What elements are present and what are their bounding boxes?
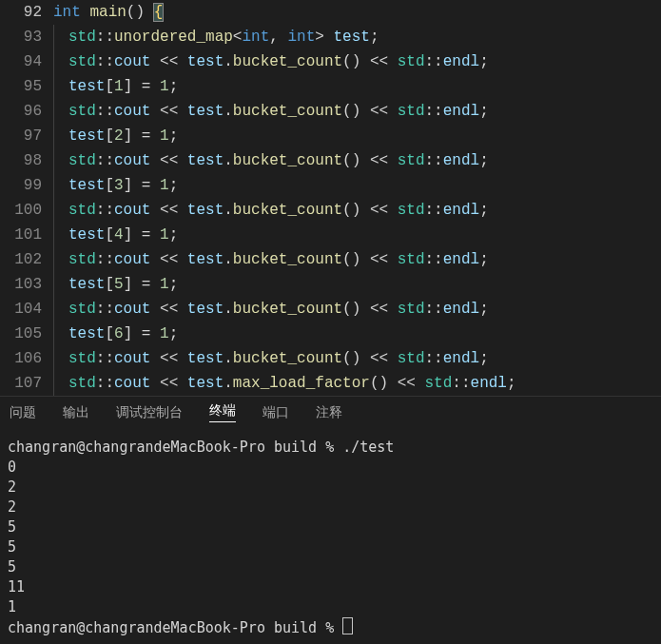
panel-tab-3[interactable]: 终端 [209, 402, 236, 422]
terminal-panel[interactable]: changran@changrandeMacBook-Pro build % .… [0, 428, 661, 638]
token-punc: ] [124, 276, 133, 293]
token-num: 1 [160, 78, 169, 95]
token-ns: std [398, 301, 425, 318]
token-num: 4 [114, 226, 124, 244]
code-line[interactable]: test[4] = 1; [53, 223, 661, 247]
code-line[interactable]: std::cout << test.bucket_count() << std:… [53, 148, 661, 173]
token-var: endl [471, 375, 507, 392]
token-punc: ] [124, 226, 133, 244]
code-area[interactable]: int main() {std::unordered_map<int, int>… [53, 0, 661, 396]
token-punc: ; [507, 375, 516, 392]
token-punc: ; [169, 78, 179, 95]
code-line[interactable]: std::cout << test.bucket_count() << std:… [53, 247, 661, 272]
panel-tab-2[interactable]: 调试控制台 [116, 404, 183, 421]
token-punc: ; [479, 301, 489, 318]
indent-guide [53, 247, 54, 272]
indent-guide [53, 148, 54, 173]
token-punc: ; [479, 103, 489, 120]
token-op: << [160, 202, 178, 219]
token-num: 2 [114, 127, 124, 145]
token-fn: unordered_map [114, 29, 233, 46]
token-fn: bucket_count [233, 53, 342, 70]
indent-guide [53, 223, 54, 247]
code-line[interactable]: std::cout << test.bucket_count() << std:… [53, 346, 661, 371]
token-fn: bucket_count [233, 202, 342, 219]
token-op: :: [96, 53, 114, 70]
token-var: cout [114, 251, 150, 268]
token-var: endl [443, 53, 479, 70]
token-punc: ; [169, 127, 179, 145]
token-var: test [68, 127, 105, 145]
token-ns: std [398, 251, 425, 268]
code-line[interactable]: test[3] = 1; [53, 173, 661, 198]
token-ns: std [68, 53, 96, 70]
token-fn: bucket_count [233, 251, 342, 268]
token-op: << [160, 301, 178, 318]
token-punc: . [224, 375, 233, 392]
indent-guide [53, 74, 54, 99]
token-op: :: [96, 251, 114, 268]
token-op: :: [452, 375, 470, 392]
code-line[interactable]: std::cout << test.bucket_count() << std:… [53, 99, 661, 124]
token-punc: ; [169, 177, 179, 194]
token-punc: ] [124, 325, 133, 342]
token-var: test [68, 276, 105, 293]
panel-tab-4[interactable]: 端口 [262, 404, 289, 421]
code-line[interactable]: test[5] = 1; [53, 272, 661, 297]
token-ns: std [68, 301, 96, 318]
terminal-output-line: 1 [8, 597, 653, 617]
code-editor[interactable]: 9293949596979899100101102103104105106107… [0, 0, 661, 396]
code-line[interactable]: test[1] = 1; [53, 74, 661, 99]
token-var: test [334, 29, 370, 46]
token-ns: std [398, 202, 425, 219]
token-punc: () [342, 251, 360, 268]
token-var: test [68, 78, 105, 95]
token-punc: [ [105, 226, 114, 244]
indent-guide [53, 49, 54, 74]
token-fn: bucket_count [233, 152, 342, 169]
token-num: 1 [114, 78, 124, 95]
token-op: = [142, 226, 151, 244]
token-punc: . [224, 152, 233, 169]
code-line[interactable]: int main() { [53, 0, 661, 25]
token-punc: [ [105, 325, 114, 342]
token-ns: std [398, 152, 425, 169]
indent-guide [53, 173, 54, 198]
token-op: << [160, 53, 178, 70]
token-punc: ; [169, 276, 179, 293]
line-number: 95 [0, 74, 42, 99]
token-ns: std [68, 375, 96, 392]
panel-tab-5[interactable]: 注释 [316, 404, 342, 421]
token-op: :: [96, 152, 114, 169]
line-number: 99 [0, 173, 42, 198]
token-punc: . [224, 301, 233, 318]
token-op: << [160, 251, 178, 268]
token-num: 1 [160, 276, 169, 293]
token-op: :: [425, 202, 443, 219]
token-punc: [ [105, 177, 114, 194]
code-line[interactable]: test[2] = 1; [53, 124, 661, 148]
line-number: 96 [0, 99, 42, 124]
line-number: 104 [0, 297, 42, 322]
code-line[interactable]: std::cout << test.bucket_count() << std:… [53, 297, 661, 322]
code-line[interactable]: std::cout << test.bucket_count() << std:… [53, 49, 661, 74]
token-num: 5 [114, 276, 124, 293]
token-ns: std [68, 202, 96, 219]
panel-tab-1[interactable]: 输出 [63, 404, 89, 421]
code-line[interactable]: std::cout << test.bucket_count() << std:… [53, 198, 661, 223]
token-punc: () [126, 4, 145, 21]
token-ns: std [68, 103, 96, 120]
panel-tab-0[interactable]: 问题 [10, 404, 36, 421]
token-punc: ] [124, 78, 133, 95]
token-punc: . [224, 202, 233, 219]
token-op: :: [425, 103, 443, 120]
line-number: 98 [0, 148, 42, 173]
token-op: << [370, 152, 388, 169]
code-line[interactable]: std::unordered_map<int, int> test; [53, 25, 661, 49]
terminal-prompt[interactable]: changran@changrandeMacBook-Pro build % [8, 617, 653, 638]
token-punc: () [342, 103, 360, 120]
token-op: :: [425, 152, 443, 169]
code-line[interactable]: test[6] = 1; [53, 322, 661, 346]
code-line[interactable]: std::cout << test.max_load_factor() << s… [53, 371, 661, 396]
token-fn: bucket_count [233, 350, 342, 367]
